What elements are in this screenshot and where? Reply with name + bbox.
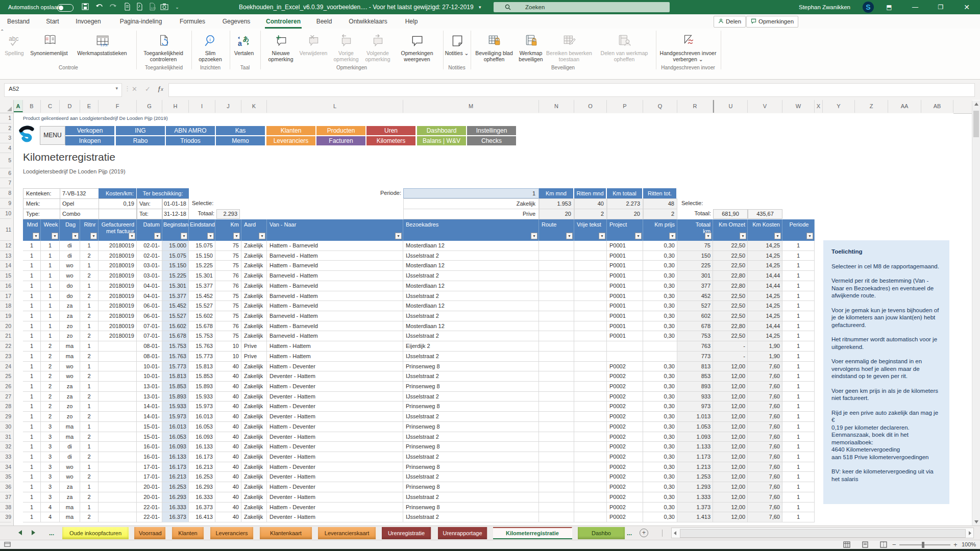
cell[interactable]: Zakelijk — [241, 371, 267, 382]
ribbon-tab-bestand[interactable]: Bestand — [7, 14, 30, 29]
cell[interactable]: 15.075 — [162, 251, 189, 261]
cell[interactable]: 40 — [215, 371, 241, 382]
cell[interactable] — [539, 301, 574, 311]
cell[interactable]: 15.602 — [189, 311, 215, 321]
cell[interactable]: 2 — [80, 291, 99, 301]
cell[interactable]: 1 — [80, 281, 99, 291]
cell[interactable]: 15.075 — [189, 241, 215, 251]
cell[interactable]: 602 — [677, 311, 713, 321]
cell[interactable]: 15.527 — [162, 311, 189, 321]
cell[interactable]: Hattem - Barneveld — [267, 301, 403, 311]
ribbon-tab-help[interactable]: Help — [405, 14, 418, 29]
merk-value[interactable]: Opel — [60, 198, 99, 209]
column-header-Y[interactable]: Y — [823, 100, 855, 113]
cell[interactable]: 1 — [782, 442, 815, 452]
cell[interactable]: zo — [60, 412, 80, 422]
cell[interactable]: Mosterdlaan 12 — [403, 281, 539, 291]
cell[interactable]: 1 — [23, 392, 41, 402]
menu-item-facturen[interactable]: Facturen — [316, 136, 365, 145]
ribbon-button-new-comment[interactable]: Nieuwe opmerking — [265, 31, 297, 62]
cell[interactable]: 40 — [215, 432, 241, 442]
cell[interactable]: 7,60 — [748, 371, 782, 382]
select-all-corner[interactable] — [0, 100, 14, 113]
cell[interactable]: 0,30 — [643, 301, 677, 311]
cell[interactable]: 7,60 — [748, 492, 782, 503]
cell[interactable]: 1 — [23, 402, 41, 412]
scroll-down-icon[interactable] — [974, 520, 978, 523]
ribbon-button-show-comments[interactable]: Opmerkingen weergeven — [395, 31, 439, 62]
cell[interactable]: 76 — [215, 321, 241, 331]
cell[interactable]: 07-01-18 — [137, 331, 162, 341]
cell[interactable]: 20180019 — [99, 291, 137, 301]
cell[interactable] — [574, 492, 607, 503]
cell[interactable]: 1 — [23, 432, 41, 442]
row-header-13[interactable]: 13 — [0, 251, 11, 261]
cell[interactable] — [99, 482, 137, 492]
cell[interactable]: 16.213 — [162, 472, 189, 482]
row-header-16[interactable]: 16 — [0, 281, 11, 291]
cell[interactable]: 1 — [782, 291, 815, 301]
cell[interactable] — [99, 442, 137, 452]
cell[interactable]: 12,00 — [713, 402, 748, 412]
cell[interactable]: 3 — [41, 452, 60, 462]
type-value[interactable]: Combo — [60, 209, 99, 219]
column-header-J[interactable]: J — [215, 100, 241, 113]
redo-icon[interactable] — [108, 3, 117, 12]
cell[interactable]: 16.013 — [189, 412, 215, 422]
column-header-R[interactable]: R — [677, 100, 713, 113]
cell[interactable]: 1 — [23, 503, 41, 512]
cell[interactable] — [99, 472, 137, 482]
row-header-20[interactable]: 20 — [0, 321, 11, 331]
cell[interactable]: Zakelijk — [241, 382, 267, 392]
ribbon-button-thesaurus[interactable]: Synoniemenlijst — [23, 31, 75, 56]
cell[interactable]: 1 — [782, 281, 815, 291]
cell[interactable]: Hattem - Deventer — [267, 482, 403, 492]
row-header-6[interactable]: 6 — [0, 168, 11, 178]
cell[interactable]: 14,44 — [748, 281, 782, 291]
row-header-31[interactable]: 31 — [0, 432, 11, 442]
cell[interactable]: 22,50 — [713, 261, 748, 271]
row-header-37[interactable]: 37 — [0, 492, 11, 503]
cell[interactable] — [574, 321, 607, 331]
menu-item-leveranciers[interactable]: Leveranciers — [266, 136, 315, 145]
cell[interactable]: 973 — [677, 402, 713, 412]
cell[interactable]: 1 — [23, 271, 41, 281]
cell[interactable]: 2 — [41, 392, 60, 402]
column-header-K[interactable]: K — [241, 100, 267, 113]
cell[interactable]: 7,60 — [748, 382, 782, 392]
normal-view-icon[interactable] — [843, 541, 850, 549]
close-icon[interactable]: ✕ — [959, 0, 974, 14]
cell[interactable]: 3 — [41, 462, 60, 472]
cell[interactable]: 14,25 — [748, 331, 782, 341]
menu-item-dashboard[interactable]: Dashboard — [417, 126, 466, 135]
cell[interactable]: 1 — [782, 503, 815, 512]
ribbon-button-unprotect-sheet[interactable]: Beveiliging blad opheffen — [472, 31, 516, 62]
cell[interactable]: IJsselstraat 2 — [403, 331, 539, 341]
cell[interactable]: Zakelijk — [241, 422, 267, 432]
cell[interactable]: 12,00 — [713, 412, 748, 422]
cell[interactable] — [539, 442, 574, 452]
filter-icon[interactable]: ▾ — [740, 233, 746, 239]
cell[interactable]: P0001 — [607, 291, 643, 301]
share-button[interactable]: Delen — [714, 16, 746, 28]
row-header-4[interactable]: 4 — [0, 143, 11, 153]
cell[interactable]: 452 — [677, 291, 713, 301]
cell[interactable]: 2 — [41, 402, 60, 412]
cell[interactable]: 1 — [80, 442, 99, 452]
cell[interactable]: 12,00 — [713, 371, 748, 382]
cell[interactable]: 1 — [80, 362, 99, 371]
cell[interactable]: 1.173 — [677, 452, 713, 462]
cell[interactable] — [99, 412, 137, 422]
cell[interactable]: 1 — [23, 412, 41, 422]
column-header-B[interactable]: B — [23, 100, 41, 113]
undo-icon[interactable] — [95, 3, 104, 12]
cell[interactable]: 4 — [41, 503, 60, 512]
cell[interactable]: 1 — [782, 261, 815, 271]
cell[interactable]: 377 — [677, 281, 713, 291]
cell[interactable] — [99, 382, 137, 392]
cell[interactable]: 0,30 — [643, 462, 677, 472]
cell[interactable]: 2 — [80, 452, 99, 462]
cell[interactable]: 22,50 — [713, 241, 748, 251]
van-value[interactable]: 01-01-18 — [162, 198, 189, 209]
filter-icon[interactable]: ▾ — [599, 233, 605, 239]
